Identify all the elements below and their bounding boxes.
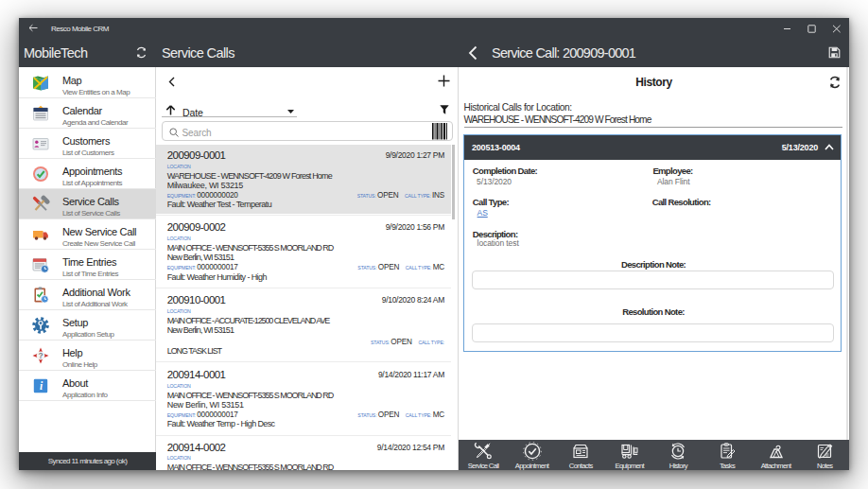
svg-text:?: ? (38, 351, 43, 360)
